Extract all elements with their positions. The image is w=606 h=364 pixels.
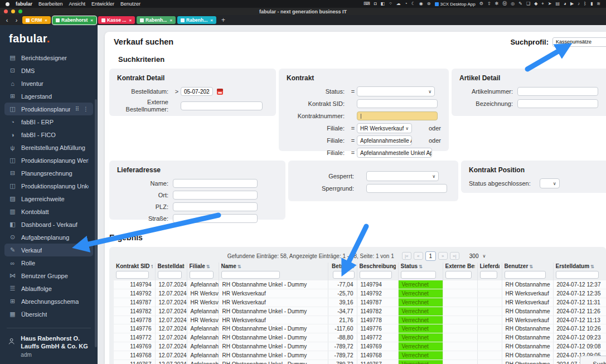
sidebar-item-abrechnungsschema[interactable]: ⊞Abrechnungsschema <box>4 295 93 308</box>
filiale-select-1[interactable]: HR Werksverkauf∨ <box>357 123 412 133</box>
pencil-icon[interactable]: ✎ <box>518 2 522 6</box>
calendar-icon[interactable] <box>217 89 223 95</box>
filter-filiale[interactable] <box>190 271 214 279</box>
cloud-icon[interactable]: ☁ <box>396 2 401 6</box>
sidebar-item-übersicht[interactable]: ▦Übersicht <box>4 308 93 321</box>
last-page-button[interactable]: »| <box>450 252 459 260</box>
close-tab-icon[interactable]: × <box>129 18 132 23</box>
stats-icon[interactable]: ⁘ <box>389 2 392 6</box>
3cx-icon[interactable]: 3CX Desktop App <box>435 2 476 7</box>
close-tab-icon[interactable]: × <box>90 18 93 23</box>
battery-icon[interactable]: ▮ <box>590 2 593 6</box>
filter-beschreibung[interactable] <box>360 271 392 279</box>
search-profile-input[interactable] <box>552 37 606 47</box>
menubar-item-bearbeiten[interactable]: Bearbeiten <box>38 1 63 7</box>
sort-icon[interactable]: ⇅ <box>206 264 210 269</box>
filter-betrag[interactable] <box>333 271 355 279</box>
filter-benutzer[interactable] <box>505 271 546 279</box>
bestelldatum-input[interactable] <box>181 87 213 96</box>
filter-status[interactable] <box>401 271 437 279</box>
sort-icon[interactable]: ⇅ <box>237 264 241 269</box>
column-header-lieferdatum[interactable]: Lieferdatum <box>477 263 502 280</box>
column-header-externe-bestellnr[interactable]: Externe Bestellnr <box>443 263 477 280</box>
filter-kontrakt-sid[interactable] <box>116 271 149 279</box>
back-icon[interactable]: ‹ <box>3 17 11 23</box>
table-row[interactable]: 114976912.07.2024ApfelannahmestellRH Obs… <box>114 342 606 351</box>
firefox-icon[interactable]: ◕ <box>564 2 566 6</box>
drag-handle-icon[interactable]: ⠿ <box>75 106 79 112</box>
table-row[interactable]: 114976812.07.2024ApfelannahmestellRH Obs… <box>114 351 606 360</box>
strasse-input[interactable] <box>173 214 258 223</box>
play-icon[interactable]: ▶ <box>570 2 574 6</box>
settings-icon[interactable]: ⚙ <box>479 2 483 6</box>
table-row[interactable]: 114977812.07.2024HR WerksverkaufHR Werks… <box>114 316 606 324</box>
page-size-select[interactable]: 300∨ <box>467 253 488 260</box>
sidebar-item-fabbi-fico[interactable]: ◑fabBI - FICO <box>4 128 93 141</box>
sperrgrund-input[interactable] <box>366 184 447 193</box>
clipboard-icon[interactable]: ❏ <box>526 2 530 6</box>
table-row[interactable]: 114978212.07.2024ApfelannahmestellRH Obs… <box>114 307 606 316</box>
kontraktnummer-input[interactable] <box>357 111 438 120</box>
new-tab-button[interactable]: + <box>221 16 225 24</box>
plz-input[interactable] <box>173 202 258 211</box>
status-select[interactable]: ∨ <box>357 86 435 96</box>
first-page-button[interactable]: |« <box>402 252 411 260</box>
kontrakt-sid-input[interactable] <box>357 99 438 108</box>
more-options-icon[interactable]: ⋮ <box>83 106 89 112</box>
column-header-bestelldatum[interactable]: Bestelldatum⇅ <box>155 263 187 280</box>
sort-icon[interactable]: ⇅ <box>590 264 594 269</box>
safari-icon[interactable]: ⊛ <box>427 2 431 6</box>
shield-icon[interactable]: ◧ <box>381 2 385 6</box>
bluetooth-icon[interactable]: ᛒ <box>584 2 586 6</box>
sidebar-item-produktionsplanung-a[interactable]: ◫Produktionsplanung A...⠿⋮ <box>4 103 93 115</box>
sidebar-item-kontoblatt[interactable]: ▥Kontoblatt <box>4 205 93 218</box>
sidebar-item-ablauffolge[interactable]: ☰Ablauffolge <box>4 282 93 295</box>
filter-erstelldatum[interactable] <box>556 271 599 279</box>
sort-icon[interactable]: ⇅ <box>419 264 423 269</box>
sidebar-scrollbar[interactable] <box>95 99 97 347</box>
sidebar-item-produktionsplanung-werbemi[interactable]: ◫Produktionsplanung Werbemi... <box>4 154 93 167</box>
tab-rabenhorst[interactable]: Rabenhorst× <box>52 16 96 25</box>
sort-icon[interactable]: ⇅ <box>151 264 153 269</box>
sidebar-item-dms[interactable]: ⊡DMS <box>4 64 93 77</box>
menubar-item-entwickler[interactable]: Entwickler <box>91 1 114 7</box>
tab-rabenh[interactable]: Rabenh...× <box>137 16 176 24</box>
table-row[interactable]: 114977612.07.2024ApfelannahmestellRH Obs… <box>114 324 606 333</box>
table-row[interactable]: 114979412.07.2024ApfelannahmestellRH Obs… <box>114 280 606 289</box>
record-icon[interactable]: ◎ <box>511 2 515 6</box>
sidebar-item-lagerreichweite[interactable]: ▨Lagerreichweite <box>4 192 93 205</box>
gesperrt-select[interactable]: ∨ <box>366 171 439 181</box>
moon-icon[interactable]: ☾ <box>411 2 415 6</box>
search-button[interactable]: Suchen <box>580 356 606 364</box>
sidebar-item-benutzer-gruppe[interactable]: ⋈Benutzer Gruppe <box>4 269 93 282</box>
tab-crm[interactable]: CRM× <box>22 16 51 24</box>
sidebar-item-lagerstand[interactable]: ⊞Lagerstand <box>4 90 93 103</box>
current-page-button[interactable]: 1 <box>425 251 436 261</box>
filter-lieferdatum[interactable] <box>480 271 498 279</box>
table-row[interactable]: 114976712.07.2024ApfelannahmestellRH Obs… <box>114 360 606 364</box>
notes-icon[interactable]: ▤ <box>556 2 560 6</box>
sidebar-item-inventur[interactable]: ⌂Inventur <box>4 77 93 90</box>
chrome-icon[interactable]: ◉ <box>419 2 423 6</box>
table-row[interactable]: 114979212.07.2024HR WerksverkaufHR Werks… <box>114 289 606 298</box>
cursor-icon[interactable]: ➤ <box>548 2 552 6</box>
table-row[interactable]: 114977212.07.2024ApfelannahmestellRH Obs… <box>114 333 606 342</box>
sort-icon[interactable]: ⇅ <box>529 264 533 269</box>
close-tab-icon[interactable]: × <box>210 18 213 23</box>
sidebar-item-aufgabenplanung[interactable]: ⊙Aufgabenplanung <box>4 231 93 244</box>
wifi-icon[interactable]: ≋ <box>597 2 600 6</box>
bezeichnung-input[interactable] <box>517 99 598 108</box>
apple-menu-icon[interactable] <box>6 2 9 6</box>
sidebar-item-verkauf[interactable]: ✎Verkauf <box>4 244 93 256</box>
gmail-icon[interactable]: Ⓜ <box>502 2 507 6</box>
tab-rabenh[interactable]: Rabenh...× <box>177 16 216 24</box>
window-maximize-button[interactable] <box>18 9 22 13</box>
column-header-name[interactable]: Name⇅ <box>219 263 328 280</box>
status-abgeschlossen-select[interactable]: ∨ <box>540 178 560 188</box>
name-input[interactable] <box>173 179 258 188</box>
keyboard-icon[interactable]: ⌨ <box>363 2 370 6</box>
table-row[interactable]: 114978712.07.2024HR WerksverkaufHR Werks… <box>114 298 606 307</box>
teams-icon[interactable]: ◘ <box>374 2 377 6</box>
column-header-erstelldatum[interactable]: Erstelldatum⇅ <box>553 263 606 280</box>
externe-bestellnummer-input[interactable] <box>181 101 263 110</box>
